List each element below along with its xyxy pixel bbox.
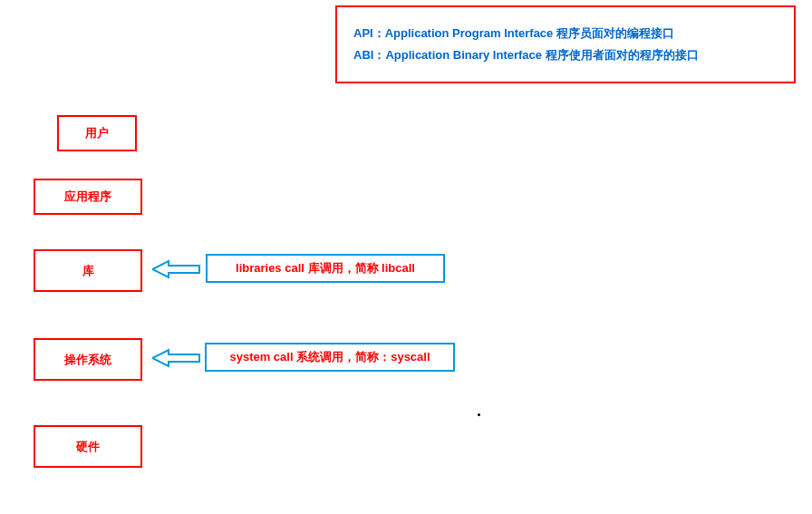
arrow-libcall-icon	[152, 259, 201, 279]
legend-box: API：Application Program Interface 程序员面对的…	[335, 5, 796, 83]
annot-libcall-label: libraries call 库调用，简称 libcall	[236, 260, 415, 276]
box-lib: 库	[34, 249, 142, 292]
svg-marker-0	[152, 261, 199, 277]
box-os: 操作系统	[34, 338, 142, 381]
annot-syscall-box: system call 系统调用，简称：syscall	[205, 343, 455, 372]
box-user-label: 用户	[85, 125, 109, 141]
box-hw-label: 硬件	[76, 439, 100, 455]
box-hw: 硬件	[34, 425, 142, 468]
box-user: 用户	[57, 115, 137, 151]
annot-syscall-label: system call 系统调用，简称：syscall	[229, 349, 430, 365]
arrow-syscall-icon	[152, 348, 201, 368]
dot-artifact	[478, 413, 480, 416]
legend-abi-line: ABI：Application Binary Interface 程序使用者面对…	[353, 47, 778, 63]
box-app: 应用程序	[34, 179, 142, 215]
annot-libcall-box: libraries call 库调用，简称 libcall	[206, 254, 445, 283]
box-app-label: 应用程序	[64, 189, 111, 205]
legend-api-line: API：Application Program Interface 程序员面对的…	[353, 25, 778, 42]
box-lib-label: 库	[82, 263, 94, 279]
box-os-label: 操作系统	[64, 352, 111, 368]
svg-marker-1	[152, 350, 199, 366]
